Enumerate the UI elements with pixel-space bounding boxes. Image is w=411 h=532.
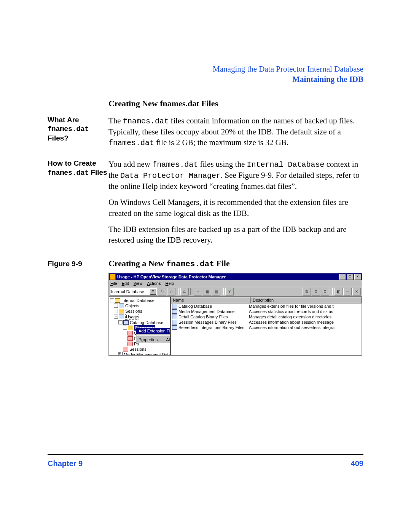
menu-item-properties[interactable]: Properties...Alt+Enter [136, 337, 170, 343]
menu-file[interactable]: File [110, 281, 117, 286]
toolbar-button[interactable]: ⇨ [343, 288, 352, 296]
menu-view[interactable]: View [134, 281, 143, 286]
lock-icon [123, 347, 128, 351]
menu-help[interactable]: Help [165, 281, 174, 286]
lock-icon [127, 331, 133, 335]
margin-label-whatare: What Are fnames.dat Files? [48, 115, 108, 143]
context-dropdown[interactable]: Internal Database ▼ [110, 288, 157, 296]
list-item[interactable]: Detail Catalog Binary FilesManages detai… [171, 314, 362, 320]
app-icon [110, 274, 116, 280]
toolbar-separator [222, 288, 224, 295]
maximize-button[interactable]: □ [347, 274, 354, 280]
database-icon [122, 352, 123, 356]
database-icon [172, 309, 177, 314]
chapter-label: Chapter 9 [48, 459, 83, 468]
chevron-down-icon[interactable]: ▼ [150, 289, 156, 295]
toolbar-button[interactable]: 🗎 [312, 288, 320, 296]
context-menu: Add Extension File... Properties...Alt+E… [136, 328, 170, 343]
lock-icon [127, 342, 133, 346]
database-icon [119, 304, 124, 308]
database-icon [172, 315, 177, 319]
folder-icon [119, 309, 124, 313]
margin-label-howto: How to Create fnames.dat Files [48, 159, 108, 177]
list-item[interactable]: Serverless Integrations Binary FilesAcce… [171, 325, 362, 330]
toolbar-button[interactable]: ▦ [203, 288, 211, 296]
toolbar-button[interactable]: ◧ [334, 288, 342, 296]
paragraph: The IDB extension files are backed up as… [108, 224, 363, 246]
list-header: Name Description [171, 297, 362, 304]
database-icon [119, 315, 124, 319]
column-header-name[interactable]: Name [171, 297, 251, 303]
paragraph: On Windows Cell Managers, it is recommen… [108, 197, 363, 219]
database-icon [172, 320, 177, 324]
expand-icon[interactable]: + [118, 352, 121, 356]
list-pane[interactable]: Name Description Catalog DatabaseManages… [170, 297, 362, 356]
menu-edit[interactable]: Edit [122, 281, 129, 286]
toolbar-button[interactable]: ✕ [352, 288, 361, 296]
menu-shortcut: Alt+Enter [166, 337, 170, 342]
folder-icon [115, 298, 120, 303]
list-item[interactable]: Session Messages Binary FilesAccesses in… [171, 320, 362, 325]
lock-icon [127, 336, 133, 341]
toolbar-button[interactable]: ⦸ [167, 288, 175, 296]
context-dropdown-value: Internal Database [111, 289, 144, 294]
running-header-line1: Managing the Data Protector Internal Dat… [48, 64, 363, 74]
toolbar: Internal Database ▼ ⇆ ⦸ 🗀 ↔ ▦ ▤ ? 🗎 🗎 🗎 … [109, 287, 362, 297]
figure-number: Figure 9-9 [48, 260, 108, 268]
screenshot-window: Usage - HP OpenView Storage Data Protect… [108, 273, 362, 356]
toolbar-button[interactable]: 🗎 [303, 288, 311, 296]
collapse-icon[interactable]: − [114, 315, 118, 319]
tree-node[interactable]: Sessions [125, 308, 142, 314]
minimize-button[interactable]: _ [339, 274, 346, 280]
page-number: 409 [351, 459, 363, 468]
database-icon [172, 304, 177, 308]
paragraph: You add new fnames.dat files using the I… [108, 159, 363, 192]
window-titlebar[interactable]: Usage - HP OpenView Storage Data Protect… [109, 273, 362, 280]
toolbar-button[interactable]: 🗀 [180, 288, 189, 296]
expand-icon[interactable]: + [114, 309, 118, 313]
list-item[interactable]: Media Management DatabaseAccesses statis… [171, 309, 362, 314]
page-footer: Chapter 9 409 [48, 459, 363, 468]
tree-node[interactable]: Objects [125, 303, 139, 308]
collapse-icon[interactable]: − [110, 298, 114, 302]
toolbar-separator [190, 288, 192, 295]
tree-pane[interactable]: −Internal Database +Objects +Sessions −U… [109, 297, 170, 356]
running-header: Managing the Data Protector Internal Dat… [48, 64, 363, 85]
figure-caption: Creating a New fnames.dat File [108, 259, 230, 268]
database-icon [172, 325, 177, 330]
tree-node[interactable]: Sessions [129, 347, 147, 352]
collapse-icon[interactable]: − [118, 320, 123, 324]
toolbar-separator [177, 288, 179, 295]
section-heading: Creating New fnames.dat Files [48, 99, 363, 109]
menu-item-add-extension[interactable]: Add Extension File... [136, 328, 170, 334]
paragraph: The fnames.dat files contain information… [108, 115, 363, 148]
toolbar-button[interactable]: 🗎 [321, 288, 329, 296]
toolbar-button[interactable]: ⇆ [158, 288, 166, 296]
toolbar-button[interactable]: ▤ [212, 288, 220, 296]
footer-rule [48, 454, 363, 455]
toolbar-separator [331, 288, 333, 295]
folder-icon [128, 326, 133, 330]
menu-separator [137, 335, 170, 336]
expand-icon[interactable]: + [114, 304, 118, 308]
help-icon[interactable]: ? [225, 288, 234, 296]
tree-node[interactable]: Media Management Datal [124, 352, 170, 356]
database-icon [123, 320, 129, 325]
tree-node[interactable]: Internal Database [121, 298, 155, 303]
tree-node[interactable]: Catalog Database [130, 320, 163, 325]
list-item[interactable]: Catalog DatabaseManages extension files … [171, 304, 362, 309]
menu-actions[interactable]: Actions [147, 281, 161, 286]
close-button[interactable]: × [354, 274, 361, 280]
expand-icon[interactable]: + [123, 326, 127, 330]
column-header-description[interactable]: Description [251, 297, 362, 303]
window-title: Usage - HP OpenView Storage Data Protect… [117, 275, 338, 279]
running-header-line2: Maintaining the IDB [48, 74, 363, 85]
menu-bar: File Edit View Actions Help [109, 280, 362, 287]
tree-node[interactable]: Usage [125, 314, 139, 320]
toolbar-button[interactable]: ↔ [194, 288, 202, 296]
